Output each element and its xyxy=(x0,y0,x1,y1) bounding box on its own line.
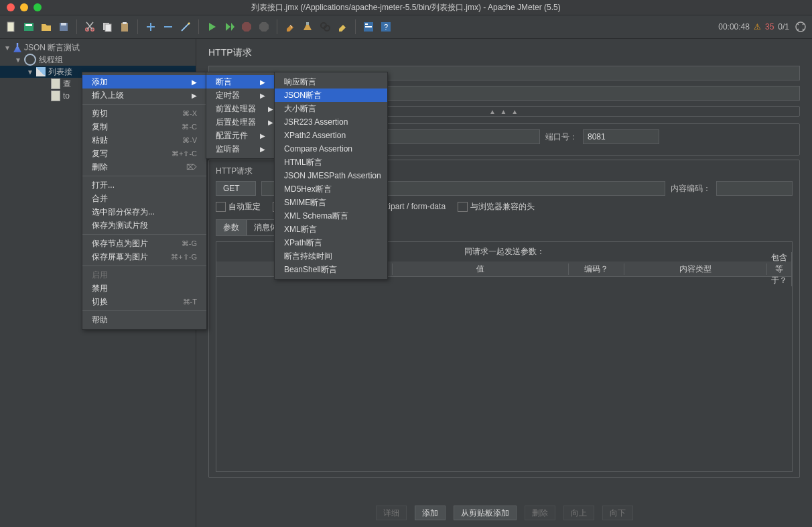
menu-add[interactable]: 添加▶ xyxy=(82,75,206,89)
minimize-window-icon[interactable] xyxy=(20,3,28,11)
th-ctype: 内容类型 xyxy=(624,264,767,275)
close-window-icon[interactable] xyxy=(7,3,15,11)
cb-browser-headers[interactable]: 与浏览器兼容的头 xyxy=(458,201,535,213)
panel-title: HTTP请求 xyxy=(208,47,800,59)
menu-disable[interactable]: 禁用 xyxy=(82,282,206,295)
menu-enable[interactable]: 启用 xyxy=(82,268,206,282)
paste-icon[interactable] xyxy=(117,19,132,34)
add-icon[interactable] xyxy=(143,19,158,34)
menu-insert-parent[interactable]: 插入上级▶ xyxy=(82,89,206,102)
method-select[interactable]: GET xyxy=(216,181,256,196)
assert-compare[interactable]: Compare Assertion xyxy=(275,142,387,156)
zoom-window-icon[interactable] xyxy=(33,3,42,11)
clearall-icon[interactable] xyxy=(300,19,315,34)
run-notimers-icon[interactable] xyxy=(222,19,236,34)
gear-icon xyxy=(24,54,36,66)
help-icon[interactable]: ? xyxy=(379,19,393,34)
submenu-timer[interactable]: 定时器▶ xyxy=(206,89,275,102)
reset-search-icon[interactable] xyxy=(335,19,350,34)
submenu-assertions-list: 响应断言 JSON断言 大小断言 JSR223 Assertion XPath2… xyxy=(274,72,388,280)
stop-icon[interactable] xyxy=(239,19,254,34)
assert-xpath[interactable]: XPath断言 xyxy=(275,236,387,249)
up-button[interactable]: 向上 xyxy=(563,506,594,520)
toolbar-status: 00:00:48 ⚠ 35 0/1 xyxy=(718,19,808,34)
assert-smime[interactable]: SMIME断言 xyxy=(275,196,387,209)
th-include: 包含等于？ xyxy=(767,252,792,286)
submenu-postprocessor[interactable]: 后置处理器▶ xyxy=(206,115,275,129)
context-menu: 添加▶ 插入上级▶ 剪切⌘-X 复制⌘-C 粘贴⌘-V 复写⌘+⇧-C 删除⌦ … xyxy=(82,72,207,330)
menu-toggle[interactable]: 切换⌘-T xyxy=(82,295,206,308)
assert-xmlschema[interactable]: XML Schema断言 xyxy=(275,209,387,223)
menu-cut[interactable]: 剪切⌘-X xyxy=(82,107,206,120)
window-title: 列表接口.jmx (/Applications/apache-jmeter-5.… xyxy=(0,2,812,13)
tree-node-threadgroup[interactable]: ▼ 线程组 xyxy=(0,54,196,66)
menu-delete[interactable]: 删除⌦ xyxy=(82,160,206,174)
add-button[interactable]: 添加 xyxy=(415,506,446,520)
cb-auto-redirect[interactable]: 自动重定 xyxy=(216,201,261,213)
assert-response[interactable]: 响应断言 xyxy=(275,75,387,89)
new-icon[interactable] xyxy=(4,19,19,34)
save-icon[interactable] xyxy=(56,19,71,34)
copy-icon[interactable] xyxy=(100,19,115,34)
expand-icon[interactable] xyxy=(793,19,808,34)
svg-text:?: ? xyxy=(384,23,388,31)
submenu-preprocessor[interactable]: 前置处理器▶ xyxy=(206,102,275,115)
tab-params[interactable]: 参数 xyxy=(216,219,247,236)
menu-save-node-img[interactable]: 保存节点为图片⌘-G xyxy=(82,237,206,250)
assert-beanshell[interactable]: BeanShell断言 xyxy=(275,263,387,276)
assert-md5hex[interactable]: MD5Hex断言 xyxy=(275,182,387,196)
paste-button[interactable]: 从剪贴板添加 xyxy=(454,506,517,520)
svg-point-11 xyxy=(188,23,190,25)
func-helper-icon[interactable] xyxy=(361,19,376,34)
svg-rect-4 xyxy=(61,23,66,25)
menu-save-selection[interactable]: 选中部分保存为... xyxy=(82,205,206,219)
shutdown-icon[interactable] xyxy=(257,19,271,34)
clear-icon[interactable] xyxy=(283,19,297,34)
file-icon xyxy=(51,91,60,101)
templates-icon[interactable] xyxy=(21,19,36,34)
cut-icon[interactable] xyxy=(82,19,97,34)
search-icon[interactable] xyxy=(318,19,332,34)
warning-icon[interactable]: ⚠ xyxy=(754,22,761,32)
svg-rect-10 xyxy=(123,22,127,24)
svg-marker-13 xyxy=(259,22,269,32)
tree-node-testplan[interactable]: ▼ JSON 断言测试 xyxy=(0,42,196,54)
pencil-icon xyxy=(36,67,46,76)
remove-icon[interactable] xyxy=(161,19,176,34)
detail-button[interactable]: 详细 xyxy=(376,506,407,520)
assert-jsr223[interactable]: JSR223 Assertion xyxy=(275,115,387,129)
toolbar: ? 00:00:48 ⚠ 35 0/1 xyxy=(0,15,812,39)
menu-save-fragment[interactable]: 保存为测试片段 xyxy=(82,219,206,232)
menu-paste[interactable]: 粘贴⌘-V xyxy=(82,133,206,147)
run-icon[interactable] xyxy=(204,19,219,34)
port-input[interactable] xyxy=(583,129,659,144)
assert-jmespath[interactable]: JSON JMESPath Assertion xyxy=(275,169,387,182)
open-icon[interactable] xyxy=(39,19,54,34)
params-table-body[interactable] xyxy=(216,277,793,472)
menu-merge[interactable]: 合并 xyxy=(82,192,206,205)
encoding-label: 内容编码： xyxy=(671,183,711,194)
submenu-assertions[interactable]: 断言▶ xyxy=(206,75,275,89)
menu-copy[interactable]: 复制⌘-C xyxy=(82,120,206,133)
menu-open[interactable]: 打开... xyxy=(82,178,206,192)
assert-duration[interactable]: 断言持续时间 xyxy=(275,249,387,263)
submenu-add: 断言▶ 定时器▶ 前置处理器▶ 后置处理器▶ 配置元件▶ 监听器▶ xyxy=(206,72,275,159)
menu-save-screen-img[interactable]: 保存屏幕为图片⌘+⇧-G xyxy=(82,250,206,264)
assert-xpath2[interactable]: XPath2 Assertion xyxy=(275,129,387,142)
svg-rect-18 xyxy=(365,23,368,25)
svg-rect-1 xyxy=(24,23,33,31)
submenu-config[interactable]: 配置元件▶ xyxy=(206,129,275,142)
menu-duplicate[interactable]: 复写⌘+⇧-C xyxy=(82,147,206,160)
assert-xml[interactable]: XML断言 xyxy=(275,223,387,236)
submenu-listener[interactable]: 监听器▶ xyxy=(206,142,275,156)
menu-help[interactable]: 帮助 xyxy=(82,313,206,327)
wand-icon[interactable] xyxy=(178,19,193,34)
tree-label: JSON 断言测试 xyxy=(24,42,80,54)
tree-label: to xyxy=(63,91,70,101)
assert-json[interactable]: JSON断言 xyxy=(275,89,387,102)
encoding-input[interactable] xyxy=(716,181,793,196)
assert-html[interactable]: HTML断言 xyxy=(275,156,387,169)
delete-button[interactable]: 删除 xyxy=(525,506,555,520)
assert-size[interactable]: 大小断言 xyxy=(275,102,387,115)
down-button[interactable]: 向下 xyxy=(602,506,633,520)
